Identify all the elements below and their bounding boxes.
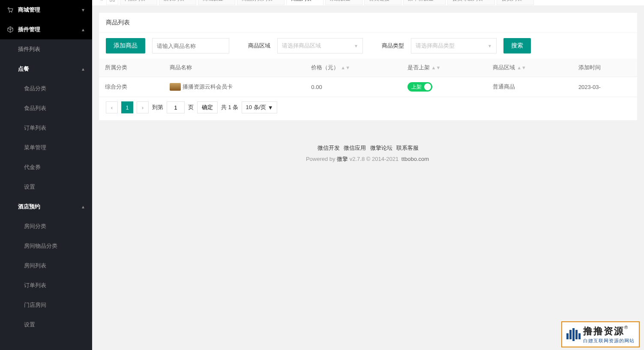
- close-icon[interactable]: ✕: [227, 0, 231, 2]
- cell-region: 普通商品: [487, 77, 572, 97]
- tab[interactable]: 首页链接✕: [364, 0, 401, 5]
- menu-plugin-management[interactable]: 插件管理 ▲: [0, 20, 92, 39]
- on-shelf-switch[interactable]: 上架: [407, 82, 432, 92]
- menu-menu-management[interactable]: 菜单管理: [0, 138, 92, 157]
- menu-hotel-settings[interactable]: 设置: [0, 315, 92, 335]
- home-icon: [109, 0, 115, 2]
- sort-icon: ▲▼: [431, 66, 441, 69]
- tab[interactable]: 会员等级列表✕: [447, 0, 495, 5]
- table-row: 综合分类 播播资源云科会员卡 0.00 上架 普通商品 2023-03-: [99, 77, 637, 97]
- tabs-scroll-left[interactable]: «: [96, 0, 106, 6]
- cube-icon: [7, 26, 14, 33]
- product-thumbnail: [170, 83, 181, 91]
- tab[interactable]: 商品分类列表✕: [237, 0, 285, 5]
- chevron-up-icon: ▲: [81, 205, 85, 209]
- close-icon[interactable]: ✕: [149, 0, 153, 2]
- per-page-select[interactable]: 10 条/页 ▼: [242, 101, 277, 113]
- menu-food-list[interactable]: 食品列表: [0, 98, 92, 118]
- footer-link[interactable]: 微信应用: [344, 145, 366, 151]
- panel-title: 商品列表: [99, 13, 637, 33]
- close-icon[interactable]: ✕: [393, 0, 397, 2]
- cell-category: 综合分类: [99, 77, 164, 97]
- col-on-shelf[interactable]: 是否上架▲▼: [401, 59, 487, 77]
- tab[interactable]: 门店列表✕: [120, 0, 157, 5]
- menu-label: 商城管理: [18, 6, 81, 14]
- menu-hotel-order-list[interactable]: 订单列表: [0, 276, 92, 295]
- tab[interactable]: 系统设置✕: [325, 0, 362, 5]
- menu-hotel-booking[interactable]: 酒店预约▲: [0, 197, 92, 217]
- close-icon[interactable]: ✕: [525, 0, 529, 2]
- caret-down-icon: ▼: [488, 44, 492, 48]
- close-icon[interactable]: ✕: [486, 0, 490, 2]
- close-icon[interactable]: ✕: [188, 0, 192, 2]
- type-label: 商品类型: [382, 42, 404, 50]
- col-region[interactable]: 商品区域▲▼: [487, 59, 572, 77]
- close-icon[interactable]: ✕: [354, 0, 358, 2]
- add-product-button[interactable]: 添加商品: [106, 38, 145, 53]
- menu-food-category[interactable]: 食品分类: [0, 79, 92, 98]
- menu-mall-management[interactable]: 商城管理 ▼: [0, 0, 92, 20]
- menu-store-room[interactable]: 门店房间: [0, 295, 92, 315]
- page-1[interactable]: 1: [121, 101, 133, 113]
- sidebar: 商城管理 ▼ 插件管理 ▲ 插件列表 点餐▲ 食品分类 食品列表 订单列表 菜单…: [0, 0, 92, 350]
- goto-label: 到第: [152, 104, 163, 111]
- product-name-input[interactable]: [152, 38, 229, 53]
- tab[interactable]: 会员列表✕: [497, 0, 534, 5]
- sort-icon: ▲▼: [341, 66, 350, 69]
- pagination: ‹ 1 › 到第 页 确定 共 1 条 10 条/页 ▼: [99, 97, 637, 120]
- type-select[interactable]: 请选择商品类型▼: [411, 38, 497, 53]
- switch-knob: [424, 83, 431, 90]
- tab[interactable]: 商城设置✕: [198, 0, 235, 5]
- sort-icon: ▲▼: [517, 66, 526, 69]
- page-prev[interactable]: ‹: [106, 101, 118, 113]
- close-icon[interactable]: ✕: [276, 0, 280, 2]
- product-table: 所属分类 商品名称 价格（元）▲▼ 是否上架▲▼ 商品区域▲▼ 添加时间 综合分…: [99, 59, 637, 97]
- chevron-up-icon: ▲: [81, 67, 85, 71]
- content-panel: 商品列表 添加商品 商品区域 请选择商品区域▼ 商品类型 请选择商品类型▼ 搜索…: [99, 13, 637, 120]
- cell-price: 0.00: [305, 77, 401, 97]
- cell-add-time: 2023-03-: [572, 77, 637, 97]
- tabs-bar: « 门店列表✕店长列表✕商城设置✕商品分类列表✕商品列表✕系统设置✕首页链接✕菜…: [92, 0, 644, 6]
- page-input[interactable]: [167, 101, 185, 113]
- footer-link[interactable]: 联系客服: [396, 145, 419, 151]
- search-button[interactable]: 搜索: [503, 38, 531, 53]
- toolbar: 添加商品 商品区域 请选择商品区域▼ 商品类型 请选择商品类型▼ 搜索: [99, 33, 637, 59]
- menu-room-item-category[interactable]: 房间物品分类: [0, 236, 92, 256]
- menu-settings[interactable]: 设置: [0, 177, 92, 197]
- footer-site-link[interactable]: ttbobo.com: [401, 156, 429, 162]
- footer: 微信开发 微信应用 微擎论坛 联系客服 Powered by 微擎 v2.7.8…: [92, 144, 644, 163]
- page-confirm-button[interactable]: 确定: [197, 101, 218, 113]
- page-next[interactable]: ›: [137, 101, 149, 113]
- total-label: 共 1 条: [221, 104, 238, 111]
- watermark: 撸撸资源® 白嫖互联网资源的网站: [561, 321, 640, 347]
- home-tab[interactable]: [106, 0, 118, 5]
- cell-on-shelf: 上架: [401, 77, 487, 97]
- menu-label: 插件管理: [18, 26, 81, 33]
- tab[interactable]: 商品列表✕: [286, 0, 323, 5]
- svg-point-1: [11, 12, 12, 12]
- region-label: 商品区域: [248, 42, 270, 50]
- footer-link[interactable]: 微擎论坛: [370, 145, 392, 151]
- caret-down-icon: ▼: [354, 44, 358, 48]
- col-name: 商品名称: [164, 59, 305, 77]
- cart-icon: [7, 6, 14, 13]
- chevron-down-icon: ▼: [81, 8, 85, 12]
- region-select[interactable]: 请选择商品区域▼: [277, 38, 363, 53]
- close-icon[interactable]: ✕: [315, 0, 319, 2]
- menu-room-list[interactable]: 房间列表: [0, 256, 92, 276]
- footer-link[interactable]: 微信开发: [318, 145, 340, 151]
- tab[interactable]: 店长列表✕: [159, 0, 196, 5]
- menu-room-category[interactable]: 房间分类: [0, 217, 92, 236]
- menu-voucher[interactable]: 代金券: [0, 157, 92, 177]
- page-unit-label: 页: [188, 104, 194, 111]
- menu-order-list[interactable]: 订单列表: [0, 118, 92, 138]
- col-add-time: 添加时间: [572, 59, 637, 77]
- cell-name: 播播资源云科会员卡: [164, 77, 305, 97]
- menu-plugin-list[interactable]: 插件列表: [0, 39, 92, 59]
- col-price[interactable]: 价格（元）▲▼: [305, 59, 401, 77]
- close-icon[interactable]: ✕: [437, 0, 441, 2]
- menu-ordering[interactable]: 点餐▲: [0, 59, 92, 79]
- watermark-logo-icon: [566, 328, 581, 341]
- tab[interactable]: 菜单栏设置✕: [403, 0, 446, 5]
- chevron-up-icon: ▲: [81, 27, 85, 32]
